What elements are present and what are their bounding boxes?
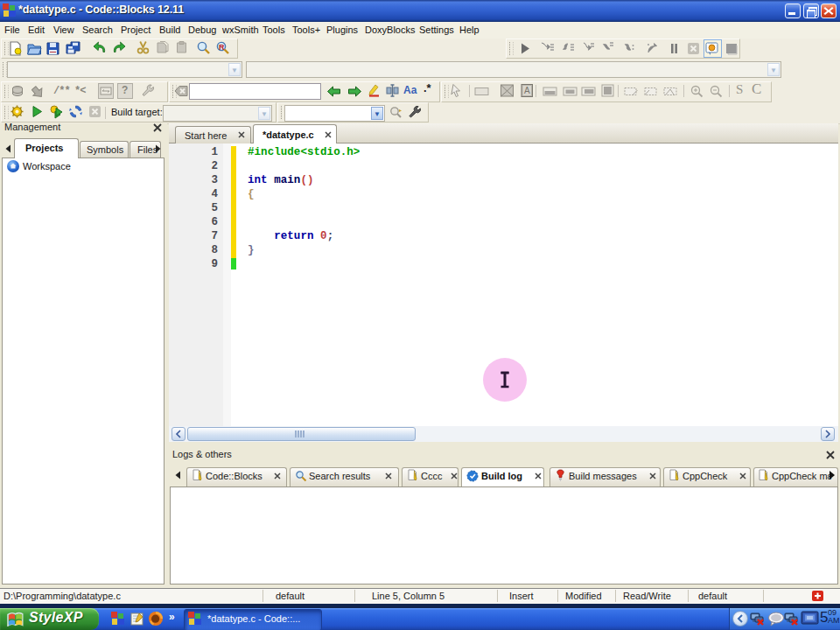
svg-text:A: A xyxy=(524,86,530,95)
svg-text:R: R xyxy=(219,43,225,52)
